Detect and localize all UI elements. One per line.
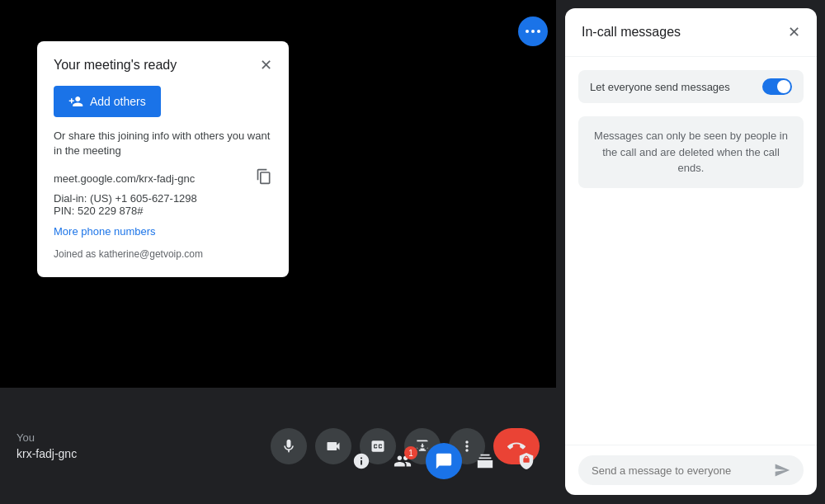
camera-icon <box>325 438 342 455</box>
mic-icon <box>280 438 297 455</box>
panel-body: Let everyone send messages Messages can … <box>565 57 817 445</box>
add-others-label: Add others <box>90 95 146 108</box>
panel-footer <box>565 445 817 495</box>
security-icon <box>517 452 535 470</box>
people-button[interactable]: 1 <box>384 443 421 479</box>
you-label: You <box>16 431 77 444</box>
copy-icon <box>256 168 272 185</box>
join-link-row: meet.google.com/krx-fadj-gnc <box>54 168 272 189</box>
people-badge: 1 <box>404 446 417 459</box>
security-button[interactable] <box>508 443 544 479</box>
panel-close-button[interactable]: ✕ <box>788 23 800 41</box>
message-input-row <box>578 455 804 485</box>
let-everyone-toggle[interactable] <box>762 78 792 95</box>
info-button[interactable] <box>343 443 380 479</box>
more-numbers-link[interactable]: More phone numbers <box>54 225 272 238</box>
video-area: Your meeting's ready ✕ Add others Or sha… <box>0 0 556 504</box>
pin-info: PIN: 520 229 878# <box>54 205 143 217</box>
message-input[interactable] <box>592 464 767 477</box>
activities-button[interactable] <box>467 443 503 479</box>
meeting-ready-card: Your meeting's ready ✕ Add others Or sha… <box>37 41 289 277</box>
dial-info: Dial-in: (US) +1 605-627-1298 PIN: 520 2… <box>54 192 272 217</box>
info-box-text: Messages can only be seen by people in t… <box>594 130 788 174</box>
copy-button[interactable] <box>256 168 272 189</box>
person-add-icon <box>68 94 83 109</box>
toggle-label: Let everyone send messages <box>590 81 730 93</box>
card-header: Your meeting's ready ✕ <box>54 58 272 73</box>
panel-header: In-call messages ✕ <box>565 8 817 57</box>
bottom-bar: You krx-fadj-gnc <box>0 388 556 504</box>
info-box: Messages can only be seen by people in t… <box>578 116 804 188</box>
panel-title: In-call messages <box>582 25 681 40</box>
bottom-right-icons: 1 <box>343 443 544 479</box>
mic-button[interactable] <box>271 428 307 464</box>
chat-icon <box>435 452 453 470</box>
info-icon <box>352 452 370 470</box>
joined-as-text: Joined as katherine@getvoip.com <box>54 248 203 260</box>
add-others-button[interactable]: Add others <box>54 86 161 117</box>
meeting-name-area: You krx-fadj-gnc <box>16 431 77 460</box>
share-text: Or share this joining info with others y… <box>54 129 272 158</box>
dial-in-label: Dial-in: (US) +1 605-627-1298 <box>54 192 197 205</box>
dots-icon <box>526 30 540 33</box>
incall-panel: In-call messages ✕ Let everyone send mes… <box>565 8 817 495</box>
send-icon <box>774 462 790 478</box>
join-link-text: meet.google.com/krx-fadj-gnc <box>54 172 195 185</box>
toggle-row: Let everyone send messages <box>578 70 804 103</box>
close-card-button[interactable]: ✕ <box>260 58 272 73</box>
activities-icon <box>476 452 494 470</box>
meeting-code: krx-fadj-gnc <box>16 447 77 460</box>
send-button[interactable] <box>774 462 790 478</box>
card-title: Your meeting's ready <box>54 58 177 73</box>
toggle-knob <box>777 80 790 93</box>
chat-button[interactable] <box>426 443 462 479</box>
more-options-button[interactable] <box>518 16 548 46</box>
